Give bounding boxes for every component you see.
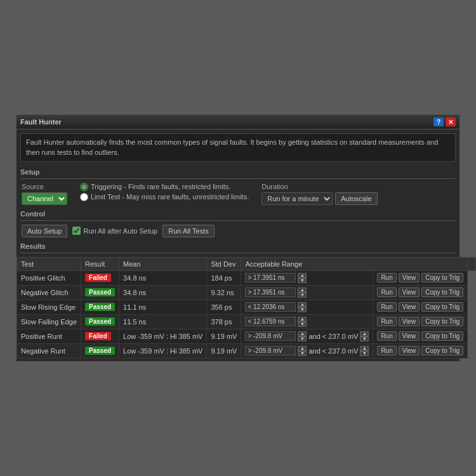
result-cell-2: Passed (81, 300, 119, 314)
range-up-2[interactable]: ▲ (298, 302, 307, 307)
view-button-2[interactable]: View (399, 302, 420, 312)
autoscale-button[interactable]: Autoscale (335, 192, 377, 205)
mean-cell-0: 34.8 ns (119, 270, 207, 285)
run-all-checkbox[interactable] (72, 227, 81, 235)
setup-section: Source Channel 2 ▼ Triggering - Finds ra… (17, 180, 459, 208)
table-row: Positive Glitch Failed 34.8 ns 184 ps ▲ … (17, 270, 476, 285)
result-cell-1: Passed (81, 285, 119, 300)
range-up-4[interactable]: ▲ (298, 331, 307, 336)
title-bar-left: Fault Hunter (20, 118, 62, 126)
stddev-cell-2: 356 ps (207, 300, 241, 314)
col-test: Test (17, 257, 81, 270)
range-input-2[interactable] (245, 302, 296, 312)
range-up-1[interactable]: ▲ (298, 288, 307, 293)
copy-button-1[interactable]: Copy to Trig (421, 288, 463, 297)
range-down-1[interactable]: ▼ (298, 293, 307, 298)
fault-hunter-window: Fault Hunter ? ✕ Fault Hunter automatica… (16, 114, 460, 362)
control-section-label: Control (17, 208, 459, 219)
results-header-row: Test Result Mean Std Dev Acceptable Rang… (17, 257, 476, 270)
col-result: Result (81, 257, 119, 270)
range-down-5[interactable]: ▼ (298, 351, 307, 356)
test-name-4: Positive Runt (17, 329, 81, 343)
view-button-5[interactable]: View (399, 346, 420, 355)
duration-row: Run for a minute Autoscale (261, 192, 377, 205)
col-stddev: Std Dev (207, 257, 241, 270)
range-input-4[interactable] (245, 331, 296, 341)
channel-select[interactable]: Channel 2 ▼ (22, 192, 67, 205)
stddev-cell-1: 9.32 ns (207, 285, 241, 300)
results-divider (20, 253, 456, 253)
setup-section-label: Setup (17, 166, 459, 177)
mean-cell-2: 11.1 ns (119, 300, 207, 314)
range-down-3[interactable]: ▼ (298, 322, 307, 327)
test-name-5: Negative Runt (17, 343, 81, 358)
copy-button-3[interactable]: Copy to Trig (421, 317, 463, 326)
view-button-1[interactable]: View (399, 288, 420, 297)
results-section-label: Results (17, 240, 459, 251)
range-input-5[interactable] (245, 346, 296, 355)
range-down-4[interactable]: ▼ (298, 336, 307, 341)
run-all-tests-button[interactable]: Run All Tests (162, 225, 214, 237)
run-button-0[interactable]: Run (377, 273, 396, 282)
table-row: Slow Falling Edge Passed 11.5 ns 378 ps … (17, 314, 476, 329)
view-button-3[interactable]: View (399, 317, 420, 326)
description-box: Fault Hunter automatically finds the mos… (20, 133, 456, 162)
range-down-2[interactable]: ▼ (298, 307, 307, 312)
auto-setup-button[interactable]: Auto Setup (22, 225, 67, 237)
radio-limit-label: Limit Test - May miss rare faults, unres… (91, 193, 249, 201)
close-button[interactable]: ✕ (446, 117, 456, 126)
run-button-2[interactable]: Run (377, 302, 396, 312)
range-cell-2: ▲ ▼ (241, 300, 373, 314)
action-cell-0: Run View Copy to Trig (373, 270, 468, 285)
radio-group: Triggering - Finds rare faults, restrict… (80, 183, 249, 201)
col-range: Acceptable Range (241, 257, 468, 270)
range-cell-5: ▲ ▼ and < 237.0 mV ▲ ▼ (241, 343, 373, 358)
range2-label-5: and < 237.0 mV (308, 347, 358, 355)
radio-triggering-label: Triggering - Finds rare faults, restrict… (91, 183, 230, 190)
copy-button-2[interactable]: Copy to Trig (421, 302, 463, 312)
run-button-4[interactable]: Run (377, 331, 396, 341)
view-button-0[interactable]: View (399, 273, 420, 282)
range-down-0[interactable]: ▼ (298, 278, 307, 283)
run-all-label: Run All after Auto Setup (83, 227, 157, 235)
source-label: Source (22, 183, 67, 190)
range-input-0[interactable] (245, 273, 296, 282)
radio-limit-input[interactable] (80, 193, 88, 201)
range-input-1[interactable] (245, 288, 296, 297)
range2-up-4[interactable]: ▲ (360, 331, 369, 336)
run-button-3[interactable]: Run (377, 317, 396, 326)
range-up-3[interactable]: ▲ (298, 317, 307, 322)
range-input-3[interactable] (245, 317, 296, 326)
range2-up-5[interactable]: ▲ (360, 346, 369, 351)
action-cell-3: Run View Copy to Trig (373, 314, 468, 329)
copy-button-5[interactable]: Copy to Trig (421, 346, 463, 355)
run-button-5[interactable]: Run (377, 346, 396, 355)
range2-down-4[interactable]: ▼ (360, 336, 369, 341)
result-cell-3: Passed (81, 314, 119, 329)
help-button[interactable]: ? (433, 117, 444, 126)
mean-cell-3: 11.5 ns (119, 314, 207, 329)
window-title: Fault Hunter (20, 118, 62, 126)
radio-triggering-input[interactable] (80, 183, 88, 191)
duration-select[interactable]: Run for a minute (261, 192, 333, 205)
control-divider (20, 220, 456, 221)
action-cell-5: Run View Copy to Trig (373, 343, 468, 358)
action-cell-4: Run View Copy to Trig (373, 329, 468, 343)
run-button-1[interactable]: Run (377, 288, 396, 297)
view-button-4[interactable]: View (399, 331, 420, 341)
copy-button-4[interactable]: Copy to Trig (421, 331, 463, 341)
description-text: Fault Hunter automatically finds the mos… (26, 138, 438, 155)
setup-divider (20, 178, 456, 179)
range-up-5[interactable]: ▲ (298, 346, 307, 351)
duration-label: Duration (261, 183, 377, 190)
title-bar: Fault Hunter ? ✕ (17, 115, 459, 129)
range-cell-0: ▲ ▼ (241, 270, 373, 285)
range2-down-5[interactable]: ▼ (360, 351, 369, 356)
range-cell-1: ▲ ▼ (241, 285, 373, 300)
stddev-cell-0: 184 ps (207, 270, 241, 285)
run-all-checkbox-group: Run All after Auto Setup (72, 227, 157, 235)
copy-button-0[interactable]: Copy to Trig (421, 273, 463, 282)
radio-limit: Limit Test - May miss rare faults, unres… (80, 193, 249, 201)
range-up-0[interactable]: ▲ (298, 273, 307, 278)
range-cell-3: ▲ ▼ (241, 314, 373, 329)
